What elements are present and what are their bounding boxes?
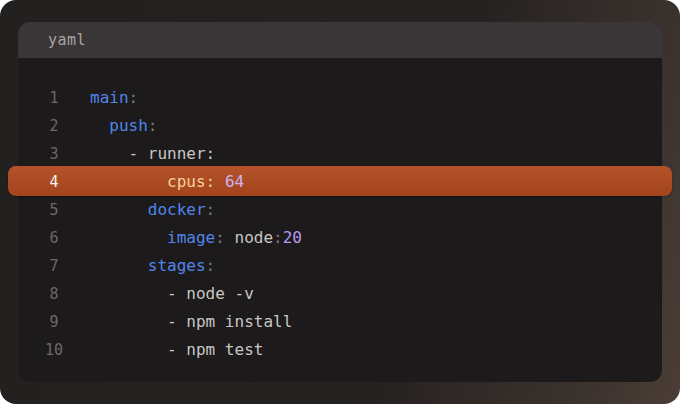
code-line-content: docker: <box>90 196 215 224</box>
line-number: 8 <box>18 280 90 308</box>
code-window: yaml 1main:2 push:3 - runner:4 cpus: 645… <box>18 22 662 382</box>
code-line-content: cpus: 64 <box>90 168 244 196</box>
code-token <box>90 116 109 135</box>
code-line-content: - npm test <box>90 336 263 364</box>
code-token: node <box>235 228 274 247</box>
code-token <box>90 172 167 191</box>
code-token: main <box>90 88 129 107</box>
code-token <box>90 144 129 163</box>
code-line-content: push: <box>90 112 157 140</box>
code-line-content: - runner: <box>90 140 215 168</box>
code-line: 7 stages: <box>18 252 662 280</box>
code-token: : <box>129 88 139 107</box>
code-token: : <box>206 172 216 191</box>
code-line: 1main: <box>18 84 662 112</box>
line-number: 2 <box>18 112 90 140</box>
code-token: cpus <box>167 172 206 191</box>
code-line: 2 push: <box>18 112 662 140</box>
code-line: 5 docker: <box>18 196 662 224</box>
code-token: : <box>206 200 216 219</box>
code-line-content: - node -v <box>90 280 254 308</box>
line-number: 9 <box>18 308 90 336</box>
line-number: 6 <box>18 224 90 252</box>
code-token <box>225 228 235 247</box>
line-number: 10 <box>18 336 90 364</box>
code-token: : <box>148 116 158 135</box>
code-token: - npm test <box>167 340 263 359</box>
code-card: yaml 1main:2 push:3 - runner:4 cpus: 645… <box>0 0 680 404</box>
code-token <box>215 172 225 191</box>
code-token: docker <box>148 200 206 219</box>
code-token <box>90 340 167 359</box>
code-line: 9 - npm install <box>18 308 662 336</box>
code-language-label: yaml <box>48 31 86 49</box>
code-token <box>90 312 167 331</box>
code-token: image <box>167 228 215 247</box>
code-token: 64 <box>225 172 244 191</box>
code-token: - runner: <box>129 144 216 163</box>
line-number: 7 <box>18 252 90 280</box>
code-token <box>90 228 167 247</box>
code-line: 6 image: node:20 <box>18 224 662 252</box>
line-number: 1 <box>18 84 90 112</box>
line-number: 4 <box>18 168 90 196</box>
code-line-content: stages: <box>90 252 215 280</box>
code-window-header: yaml <box>18 22 662 58</box>
code-line-content: image: node:20 <box>90 224 302 252</box>
code-token: : <box>206 256 216 275</box>
code-line-highlighted: 4 cpus: 64 <box>18 168 662 196</box>
code-line-content: - npm install <box>90 308 292 336</box>
code-token: stages <box>148 256 206 275</box>
code-token: : <box>273 228 283 247</box>
code-token: : <box>215 228 225 247</box>
code-token: - npm install <box>167 312 292 331</box>
code-line: 10 - npm test <box>18 336 662 364</box>
code-token: - node -v <box>167 284 254 303</box>
code-line: 3 - runner: <box>18 140 662 168</box>
code-token <box>90 256 148 275</box>
code-block: 1main:2 push:3 - runner:4 cpus: 645 dock… <box>18 58 662 364</box>
code-token: 20 <box>283 228 302 247</box>
line-number: 5 <box>18 196 90 224</box>
line-number: 3 <box>18 140 90 168</box>
code-line: 8 - node -v <box>18 280 662 308</box>
code-token <box>90 200 148 219</box>
code-line-content: main: <box>90 84 138 112</box>
code-token <box>90 284 167 303</box>
code-token: push <box>109 116 148 135</box>
